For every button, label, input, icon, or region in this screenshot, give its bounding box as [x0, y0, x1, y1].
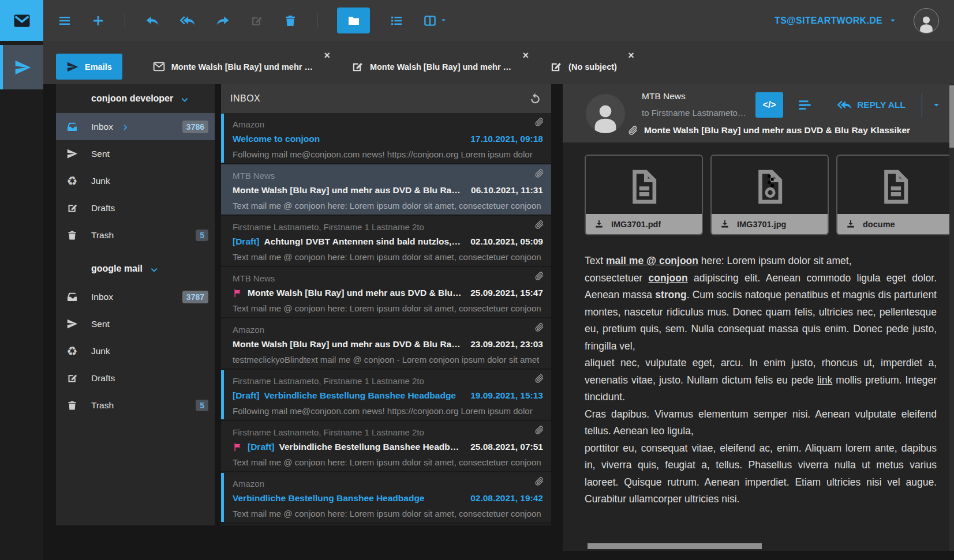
account-node-google[interactable]: google mail — [56, 254, 215, 283]
close-icon[interactable]: × — [324, 50, 330, 61]
delete-button[interactable] — [283, 14, 297, 28]
layout-columns-button[interactable] — [423, 14, 447, 28]
mail-app-tile[interactable] — [0, 45, 43, 89]
list-item[interactable]: Firstname Lastnameto, Firstname 1 Lastna… — [221, 370, 551, 421]
list-item[interactable]: Amazon Monte Walsh [Blu Ray] und mehr au… — [221, 318, 551, 370]
vertical-scrollbar-thumb[interactable] — [949, 85, 954, 148]
message-date: 25.09.2021, 15:47 — [462, 288, 543, 298]
close-icon[interactable]: × — [523, 50, 529, 61]
tab-emails[interactable]: Emails — [56, 54, 122, 80]
message-preview: Text mail me @ conjoon here: Lorem ipsum… — [233, 201, 543, 211]
list-item[interactable]: MTB News Monte Walsh [Blu Ray] und mehr … — [221, 164, 551, 216]
account-menu[interactable]: TS@SITEARTWORK.DE — [775, 0, 896, 41]
list-item[interactable]: Firstname Lastnameto, Firstname 1 Lastna… — [221, 216, 551, 267]
folder-item-drafts-google[interactable]: Drafts — [56, 364, 215, 392]
plain-text-view-button[interactable] — [797, 97, 813, 113]
paperclip-icon — [534, 271, 544, 281]
person-icon — [589, 100, 622, 133]
draft-badge: [Draft] — [233, 390, 260, 401]
compose-icon — [66, 202, 78, 214]
sender-avatar — [586, 94, 625, 133]
download-icon — [845, 219, 856, 230]
attachment-download-bar[interactable]: docume — [837, 214, 949, 234]
tab-message-view[interactable]: Monte Walsh [Blu Ray] und mehr … × — [144, 54, 321, 80]
add-button[interactable] — [91, 14, 105, 28]
tab-no-subject[interactable]: (No subject) × — [541, 54, 625, 80]
tab-label: Monte Walsh [Blu Ray] und mehr … — [370, 62, 511, 72]
folder-item-inbox[interactable]: Inbox 3786 — [56, 113, 215, 140]
list-item[interactable]: Amazon Verbindliche Bestellung Banshee H… — [221, 472, 551, 524]
body-link[interactable]: conjoon — [649, 272, 688, 284]
close-icon[interactable]: × — [628, 50, 634, 61]
folder-item-junk-google[interactable]: ♻ Junk — [56, 337, 215, 364]
recipient-line: to Firstname Lastnameto… — [642, 108, 746, 118]
refresh-icon[interactable] — [529, 92, 542, 106]
folder-item-inbox-google[interactable]: Inbox 3787 — [56, 283, 215, 310]
trash-icon — [66, 230, 78, 241]
folder-label: Sent — [91, 149, 110, 159]
flag-icon — [233, 442, 242, 452]
body-bold-text: strong — [655, 289, 686, 300]
draft-badge: [Draft] — [248, 442, 275, 452]
attachment-download-bar[interactable]: IMG3701.jpg — [712, 214, 828, 234]
edit-draft-button[interactable] — [250, 14, 264, 28]
tab-message-editor[interactable]: Monte Walsh [Blu Ray] und mehr … × — [343, 54, 519, 80]
folder-item-trash[interactable]: Trash 5 — [56, 221, 215, 249]
compose-icon — [549, 60, 563, 73]
forward-button[interactable] — [215, 13, 230, 28]
paper-plane-icon — [66, 318, 78, 330]
attachment-name: IMG3701.jpg — [737, 220, 786, 229]
folder-item-sent-google[interactable]: Sent — [56, 310, 215, 337]
app-logo[interactable] — [0, 0, 43, 41]
reply-all-button[interactable] — [179, 13, 196, 28]
paperclip-icon — [534, 476, 544, 486]
message-preview: Following mail me@conjoon.com news! http… — [233, 406, 543, 416]
message-date: 23.09.2021, 23:03 — [462, 339, 543, 349]
body-link[interactable]: mail me @ conjoon — [606, 255, 698, 266]
message-date: 02.10.2021, 05:09 — [462, 236, 543, 247]
toggle-list-view-button[interactable] — [390, 14, 403, 28]
download-icon — [720, 219, 730, 230]
attachment-download-bar[interactable]: IMG3701.pdf — [586, 214, 702, 234]
horizontal-scrollbar-thumb[interactable] — [588, 543, 762, 549]
file-document-icon — [837, 160, 949, 213]
list-item[interactable]: Firstname Lastnameto, Firstname 1 Lastna… — [221, 421, 551, 472]
toolbar-divider — [317, 13, 317, 28]
reply-button[interactable] — [145, 13, 160, 28]
body-text: consectetuer — [585, 272, 649, 284]
vertical-scrollbar[interactable] — [949, 84, 954, 551]
message-date: 17.10.2021, 09:18 — [462, 134, 543, 144]
list-item[interactable]: MTB News Monte Walsh [Blu Ray] und mehr … — [221, 267, 551, 318]
hamburger-menu-button[interactable] — [58, 14, 72, 28]
folder-item-trash-google[interactable]: Trash 5 — [56, 392, 215, 419]
folder-item-junk[interactable]: ♻ Junk — [56, 167, 215, 194]
paperclip-icon — [534, 117, 544, 127]
account-node-conjoon[interactable]: conjoon developer — [56, 84, 215, 113]
list-item[interactable]: Amazon Welcome to conjoon 17.10.2021, 09… — [221, 113, 551, 164]
body-link[interactable]: link — [817, 374, 832, 386]
folder-item-sent[interactable]: Sent — [56, 140, 215, 167]
attachment-name: IMG3701.pdf — [611, 220, 661, 229]
unread-count-badge: 3787 — [182, 291, 208, 303]
tab-label: Monte Walsh [Blu Ray] und mehr … — [171, 62, 313, 72]
attachment-card[interactable]: docume — [836, 155, 949, 235]
person-icon — [916, 13, 936, 33]
view-source-button[interactable]: </> — [755, 92, 783, 118]
tab-label: (No subject) — [568, 62, 617, 72]
body-text: porttitor eu, consequat vitae, eleifend … — [585, 442, 937, 505]
message-date: 02.08.2021, 19:42 — [462, 493, 543, 503]
toggle-folder-panel-button[interactable] — [337, 7, 370, 33]
folder-item-drafts[interactable]: Drafts — [56, 194, 215, 221]
user-avatar[interactable] — [914, 8, 939, 33]
message-preview: Text mail me @ conjoon here: Lorem ipsum… — [233, 509, 543, 518]
folder-label: Inbox — [91, 292, 113, 302]
sender-name: MTB News — [642, 91, 686, 102]
attachment-card[interactable]: IMG3701.pdf — [585, 155, 703, 235]
account-name: google mail — [91, 264, 143, 274]
trash-count-badge: 5 — [196, 400, 208, 411]
reply-all-button[interactable]: REPLY ALL — [837, 98, 906, 112]
chevron-down-icon — [440, 17, 447, 24]
reply-options-caret[interactable] — [933, 102, 940, 109]
message-subject: Monte Walsh [Blu Ray] und mehr aus DVD &… — [644, 125, 910, 136]
attachment-card[interactable]: IMG3701.jpg — [710, 155, 829, 235]
